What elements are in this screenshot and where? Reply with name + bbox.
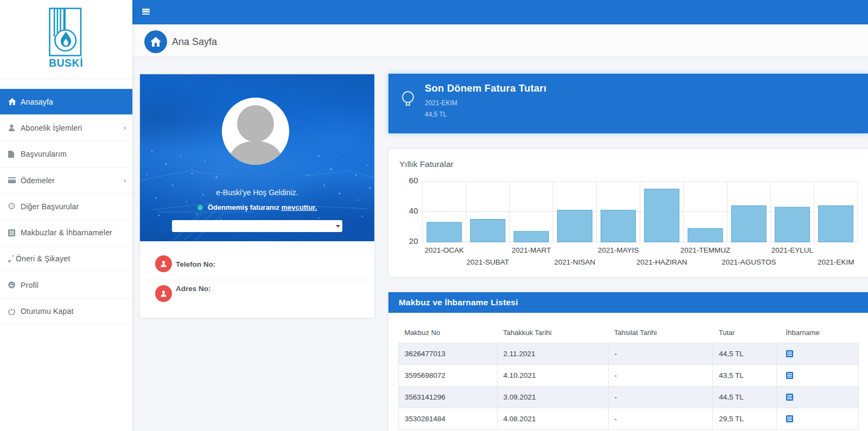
svg-text:2021-NISAN: 2021-NISAN xyxy=(554,258,596,266)
svg-text:20: 20 xyxy=(409,236,418,246)
svg-text:2021-EKIM: 2021-EKIM xyxy=(818,258,854,266)
svg-text:2021-OCAK: 2021-OCAK xyxy=(424,246,464,254)
svg-text:2021-HAZIRAN: 2021-HAZIRAN xyxy=(636,258,687,266)
svg-text:?: ? xyxy=(10,203,12,208)
svg-text:2021-MART: 2021-MART xyxy=(512,246,551,254)
svg-text:*: * xyxy=(12,255,14,260)
svg-text:2021-SUBAT: 2021-SUBAT xyxy=(467,258,509,266)
svg-text:2021-MAYIS: 2021-MAYIS xyxy=(598,246,639,254)
svg-text:2021-TEMMUZ: 2021-TEMMUZ xyxy=(680,246,730,254)
svg-text:60: 60 xyxy=(409,176,418,185)
svg-text:2021-AGUSTOS: 2021-AGUSTOS xyxy=(722,258,776,266)
svg-text:2021-EYLUL: 2021-EYLUL xyxy=(771,246,814,254)
svg-text:BUSKİ: BUSKİ xyxy=(49,57,83,69)
svg-text:40: 40 xyxy=(409,206,418,215)
